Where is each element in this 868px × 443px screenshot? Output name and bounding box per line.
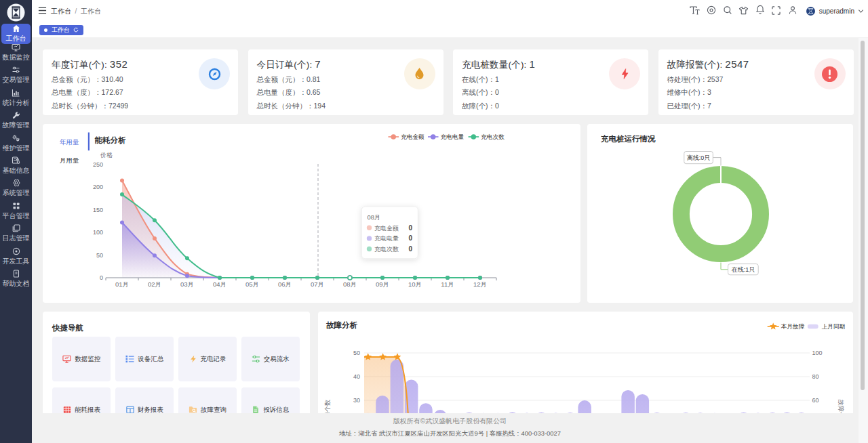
svg-text:30: 30 — [353, 397, 360, 404]
svg-text:0: 0 — [408, 224, 412, 232]
svg-text:11月: 11月 — [441, 280, 454, 288]
svg-text:200: 200 — [93, 184, 103, 190]
svg-text:0: 0 — [100, 274, 103, 281]
svg-text:03月: 03月 — [180, 280, 194, 288]
svg-text:12月: 12月 — [473, 280, 487, 288]
svg-text:10月: 10月 — [408, 280, 422, 288]
svg-text:充电次数: 充电次数 — [374, 246, 399, 253]
svg-text:250: 250 — [93, 161, 103, 168]
svg-text:100: 100 — [812, 350, 823, 356]
svg-text:08月: 08月 — [368, 214, 381, 221]
svg-text:60: 60 — [812, 397, 819, 404]
svg-text:充电电量: 充电电量 — [441, 133, 465, 140]
svg-text:04月: 04月 — [213, 280, 226, 288]
svg-text:01月: 01月 — [115, 280, 129, 288]
svg-text:充电金额: 充电金额 — [401, 133, 425, 140]
svg-text:0: 0 — [408, 234, 412, 242]
svg-text:09月: 09月 — [376, 280, 389, 288]
svg-text:0: 0 — [408, 245, 412, 253]
svg-text:06月: 06月 — [278, 280, 292, 288]
svg-text:150: 150 — [93, 207, 103, 213]
svg-text:能耗分析: 能耗分析 — [95, 136, 127, 144]
svg-text:上月同期: 上月同期 — [821, 323, 845, 330]
svg-text:02月: 02月 — [148, 280, 161, 288]
svg-text:在线:1只: 在线:1只 — [732, 266, 755, 273]
svg-text:50: 50 — [96, 252, 103, 259]
svg-text:充电次数: 充电次数 — [481, 133, 505, 140]
svg-text:08月: 08月 — [343, 280, 357, 288]
svg-text:07月: 07月 — [311, 280, 324, 288]
svg-text:80: 80 — [812, 373, 819, 380]
svg-text:年用量: 年用量 — [60, 138, 79, 146]
svg-text:40: 40 — [353, 373, 360, 380]
svg-text:100: 100 — [93, 229, 103, 236]
svg-text:50: 50 — [353, 350, 360, 356]
svg-text:月用量: 月用量 — [60, 156, 79, 164]
svg-text:离线:0只: 离线:0只 — [687, 154, 711, 161]
svg-text:充电金额: 充电金额 — [374, 225, 399, 232]
svg-text:本月故障: 本月故障 — [781, 323, 805, 330]
svg-text:05月: 05月 — [245, 280, 259, 288]
svg-text:充电电量: 充电电量 — [374, 235, 399, 242]
svg-text:价格: 价格 — [100, 152, 113, 159]
